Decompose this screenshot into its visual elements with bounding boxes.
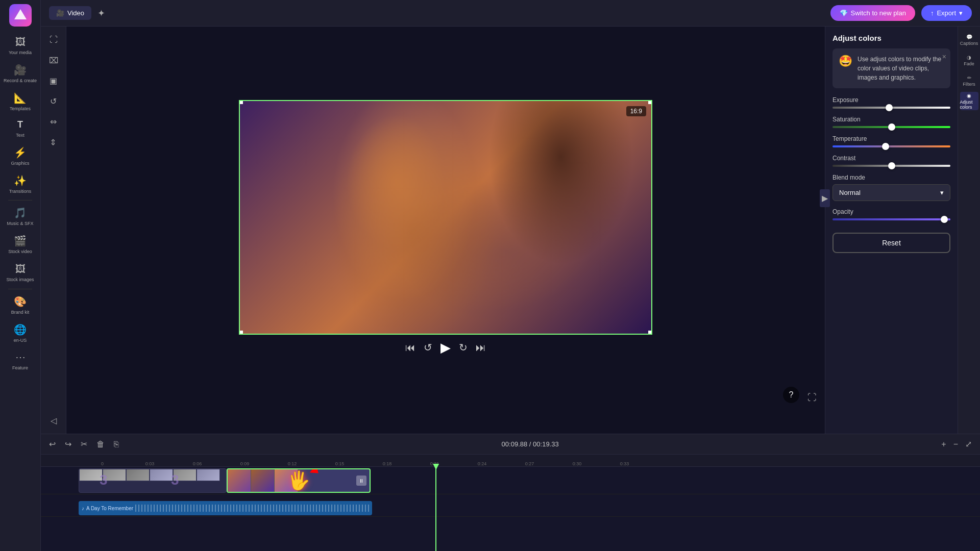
saturation-label: Saturation [832, 116, 950, 123]
temperature-slider[interactable] [832, 145, 950, 147]
blend-mode-select[interactable]: Normal ▾ [832, 184, 950, 201]
zoom-out-button[interactable]: − [951, 439, 960, 450]
adjust-colors-tab-label: Adjust colors [960, 99, 978, 110]
gray-clip-1[interactable]: 3 3 [79, 468, 227, 493]
sidebar-item-transitions[interactable]: ✨ Transitions [0, 170, 40, 198]
tab-fade[interactable]: ◑ Fade [960, 51, 978, 69]
saturation-thumb[interactable] [888, 123, 895, 131]
corner-handle-tl[interactable] [239, 100, 243, 104]
tool-expand[interactable]: ⛶ [44, 31, 63, 49]
undo-button[interactable]: ↩ [47, 438, 58, 450]
captions-icon: 💬 [966, 34, 972, 40]
tab-adjust-colors[interactable]: ◉ Adjust colors [960, 92, 978, 110]
tool-mirror-h[interactable]: ⇔ [44, 112, 63, 131]
saturation-slider[interactable] [832, 126, 950, 128]
upgrade-icon: 💎 [840, 9, 848, 17]
audio-clip[interactable]: ♪ A Day To Remember [79, 501, 372, 515]
contrast-thumb[interactable] [888, 162, 895, 169]
ruler-mark-33: 0:33 [601, 461, 648, 466]
reset-button[interactable]: Reset [832, 233, 950, 253]
sidebar-item-text[interactable]: T Text [0, 115, 40, 142]
temperature-thumb[interactable] [882, 143, 889, 150]
sidebar-item-stock-video[interactable]: 🎬 Stock video [0, 231, 40, 259]
contrast-slider[interactable] [832, 165, 950, 167]
contrast-label: Contrast [832, 155, 950, 162]
time-separator: / [529, 440, 533, 448]
gray-cell [150, 469, 173, 481]
corner-handle-bl[interactable] [239, 331, 243, 335]
clip-num: 3 [100, 472, 108, 488]
panel-chevron[interactable]: ▶ [820, 189, 830, 207]
audio-waveform [135, 505, 369, 512]
ruler-marks: 0 0:03 0:06 0:09 0:12 [79, 455, 942, 466]
right-panel-tabs: 💬 Captions ◑ Fade ✏ Filters ◉ Adjust col… [958, 27, 980, 434]
preview-area: 16:9 ⏮ ↺ ▶ ↻ ⏭ ? ⛶ ▶ [66, 27, 825, 434]
sidebar-item-music[interactable]: 🎵 Music & SFX [0, 203, 40, 231]
play-button[interactable]: ▶ [440, 340, 451, 356]
sidebar-item-feature[interactable]: ⋯ Feature [0, 347, 40, 375]
delete-button[interactable]: 🗑 [94, 439, 107, 450]
sidebar-item-brand-kit[interactable]: 🎨 Brand kit [0, 291, 40, 319]
sidebar-item-record-create[interactable]: 🎥 Record & create [0, 60, 40, 88]
cut-button[interactable]: ✂ [79, 438, 89, 450]
skip-back-button[interactable]: ⏮ [405, 342, 415, 354]
audio-clip-label: A Day To Remember [86, 506, 133, 511]
sidebar-item-en-us[interactable]: 🌐 en-US [0, 319, 40, 347]
exposure-control: Exposure [832, 96, 950, 109]
blend-mode-label: Blend mode [832, 174, 950, 181]
color-clip[interactable]: Slow motion from 60fps portrait of mixed… [227, 468, 371, 493]
tab-filters[interactable]: ✏ Filters [960, 71, 978, 90]
transitions-icon: ✨ [14, 174, 27, 187]
video-container: 16:9 [239, 100, 652, 335]
tool-mirror-v[interactable]: ⇔ [44, 133, 63, 151]
tooltip-close-button[interactable]: × [942, 53, 946, 61]
tool-screen[interactable]: ▣ [44, 71, 63, 90]
fit-button[interactable]: ⤢ [963, 438, 974, 450]
tool-rotate[interactable]: ↺ [44, 92, 63, 110]
exposure-thumb[interactable] [886, 104, 893, 111]
tab-captions[interactable]: 💬 Captions [960, 31, 978, 49]
video-track-content: 3 3 Slow motion from 60fps portrait of m… [79, 467, 980, 494]
sidebar-item-templates[interactable]: 📐 Templates [0, 88, 40, 116]
sidebar-item-graphics[interactable]: ⚡ Graphics [0, 142, 40, 170]
skip-forward-button[interactable]: ⏭ [476, 342, 486, 354]
ruler-mark-6: 0:06 [174, 461, 221, 466]
clip-thumb-2 [251, 469, 275, 492]
ruler-mark-30: 0:30 [553, 461, 601, 466]
redo-button[interactable]: ↪ [63, 438, 74, 450]
video-tab[interactable]: 🎥 Video [49, 6, 91, 20]
adjust-panel: Adjust colors 🤩 Use adjust colors to mod… [825, 27, 958, 434]
audio-track-content: ♪ A Day To Remember [79, 494, 980, 516]
help-button[interactable]: ? [783, 387, 799, 403]
svg-marker-0 [14, 9, 27, 19]
magic-wand-icon[interactable]: ✦ [97, 8, 105, 19]
copy-button[interactable]: ⎘ [112, 439, 121, 450]
export-button[interactable]: ↑ Export ▾ [921, 5, 972, 21]
tool-crop[interactable]: ⌧ [44, 51, 63, 69]
forward-button[interactable]: ↻ [459, 341, 468, 354]
fade-label: Fade [964, 61, 974, 66]
rewind-button[interactable]: ↺ [424, 341, 432, 354]
clip-thumb-3 [275, 469, 298, 492]
opacity-thumb[interactable] [941, 216, 948, 223]
opacity-slider[interactable] [832, 218, 950, 220]
sidebar-item-stock-images[interactable]: 🖼 Stock images [0, 259, 40, 287]
panel-collapse-btn[interactable]: ◁ [44, 411, 63, 430]
track-area: 0 0:03 0:06 0:09 0:12 [41, 455, 980, 551]
graphics-icon: ⚡ [14, 146, 27, 159]
corner-handle-tr[interactable] [648, 100, 652, 104]
fullscreen-button[interactable]: ⛶ [807, 392, 817, 403]
upgrade-button[interactable]: 💎 Switch to new plan [830, 5, 915, 21]
time-total: 00:19.33 [533, 440, 559, 448]
clip-pause-btn[interactable]: ⏸ [356, 475, 366, 486]
ruler-mark-24: 0:24 [458, 461, 506, 466]
gray-cell [197, 469, 220, 481]
corner-handle-br[interactable] [648, 331, 652, 335]
music-icon: 🎵 [14, 207, 27, 219]
contrast-control: Contrast [832, 155, 950, 167]
saturation-control: Saturation [832, 116, 950, 128]
exposure-slider[interactable] [832, 107, 950, 109]
playhead[interactable] [435, 467, 436, 551]
sidebar-item-your-media[interactable]: 🖼 Your media [0, 32, 40, 60]
zoom-in-button[interactable]: + [939, 439, 948, 450]
